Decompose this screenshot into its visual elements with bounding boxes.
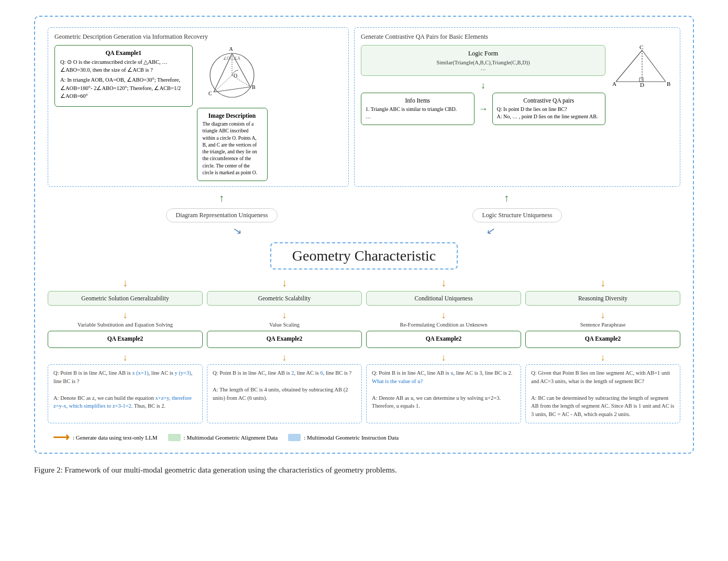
svg-line-13 (616, 50, 642, 82)
contrastive-qa-content: Q: Is point D the lies on line BC?A: No,… (497, 106, 601, 120)
figure-caption: Figure 2: Framework of our multi-modal g… (34, 464, 694, 476)
info-items-content: 1. Triangle ABC is similar to triangle C… (366, 106, 469, 120)
svg-text:∠OC,∠A: ∠OC,∠A (223, 56, 240, 61)
diagram-uniqueness-box: Diagram Representation Uniqueness (166, 208, 278, 222)
bottom-box-1: Q: Point B is in line AC, line AB is x (… (48, 364, 203, 423)
sub-label-row: Variable Substitution and Equation Solvi… (48, 322, 680, 328)
qa2-box-3: QA Example2 (366, 331, 521, 348)
qa2-box-2: QA Example2 (207, 331, 362, 348)
logic-form-content: Similar(Triangle(A,B,C),Triangle(C,B,D))… (366, 60, 601, 71)
qa-example1-box: QA Example1 Q: ⊙ O is the circumscribed … (54, 45, 193, 107)
char-box-2: Geometric Scalability (207, 291, 362, 306)
qa2-row: QA Example2 QA Example2 QA Example2 QA E… (48, 331, 680, 348)
bottom-box-2: Q: Point B is in line AC, line AB is 2, … (207, 364, 362, 423)
info-items-title: Info Items (366, 97, 469, 104)
bottom3-a: A: Denote AB as u, we can determine u by… (372, 395, 501, 409)
contrastive-qa-box: Contrastive QA pairs Q: Is point D the l… (492, 93, 605, 125)
sub-label-1: Variable Substitution and Equation Solvi… (48, 322, 203, 328)
legend-item-2: : Multimodal Geometric Alignment Data (168, 434, 278, 441)
legend-text-1: : Generate data using text-only LLM (73, 434, 158, 441)
svg-text:A: A (612, 81, 616, 87)
legend-green-box (168, 434, 181, 441)
top-left-label: Geometric Description Generation via Inf… (54, 33, 342, 41)
svg-text:C: C (639, 45, 643, 50)
main-diagram: Geometric Description Generation via Inf… (34, 16, 694, 454)
bottom4-a: A: BC can be determined by subtracting t… (531, 395, 674, 418)
bottom-text-row: Q: Point B is in line AC, line AB is x (… (48, 364, 680, 423)
bottom-box-4: Q: Given that Point B lies on line segme… (525, 364, 680, 423)
svg-text:C: C (208, 91, 212, 96)
bottom2-q: Q: Point B is in line AC, line AB is 2, … (213, 370, 351, 376)
geo-characteristic-box: Geometry Characteristic (270, 242, 458, 270)
legend-text-2: : Multimodal Geometric Alignment Data (184, 434, 278, 441)
qa2-box-1: QA Example2 (48, 331, 203, 348)
bottom2-a: A: The length of BC is 4 units, obtained… (213, 387, 348, 401)
qa2-title-4: QA Example2 (530, 335, 676, 342)
legend-row: ⟶ : Generate data using text-only LLM : … (48, 431, 680, 444)
top-section: Geometric Description Generation via Inf… (48, 27, 680, 187)
contrastive-qa-title: Contrastive QA pairs (497, 97, 601, 104)
info-items-box: Info Items 1. Triangle ABC is similar to… (361, 93, 474, 125)
svg-text:D: D (640, 82, 644, 88)
qa2-title-1: QA Example2 (52, 335, 198, 342)
four-chars-row: Geometric Solution Generalizability Geom… (48, 291, 680, 306)
bottom1-q: Q: Point B is in line AC, line AB is x (… (53, 370, 192, 384)
bottom1-a: A: Denote BC as z, we can build the equa… (53, 395, 192, 409)
qa2-box-4: QA Example2 (525, 331, 680, 348)
legend-blue-box (288, 434, 301, 441)
qa-example1-question: Q: ⊙ O is the circumscribed circle of △A… (60, 58, 187, 74)
logic-form-title: Logic Form (366, 50, 601, 58)
legend-arrow-icon: ⟶ (53, 431, 70, 444)
svg-text:B: B (252, 84, 256, 90)
bottom4-q: Q: Given that Point B lies on line segme… (531, 370, 670, 384)
sub-label-4: Sentence Paraphrase (525, 322, 680, 328)
qa-example1-answer: A: In triangle AOB, OA=OB, ∠ABO=30°; The… (60, 76, 187, 100)
top-right-label: Generate Contrastive QA Pairs for Basic … (361, 33, 674, 41)
svg-text:B: B (667, 81, 670, 87)
qa2-title-3: QA Example2 (371, 335, 516, 342)
uniqueness-row: Diagram Representation Uniqueness Logic … (48, 208, 680, 222)
sub-label-2: Value Scaling (207, 322, 362, 328)
logic-uniqueness-box: Logic Structure Uniqueness (472, 208, 562, 222)
svg-text:O: O (234, 73, 237, 78)
legend-text-3: : Multimodal Geometric Instruction Data (304, 434, 399, 441)
top-left-panel: Geometric Description Generation via Inf… (48, 27, 349, 187)
char-box-3: Conditional Uniqueness (366, 291, 521, 306)
qa-example1-title: QA Example1 (60, 50, 187, 56)
char-box-4: Reasoning Diversity (525, 291, 680, 306)
image-desc-text: The diagram consists of a triangle ABC i… (203, 121, 262, 176)
legend-item-1: ⟶ : Generate data using text-only LLM (53, 431, 158, 444)
bottom-box-3: Q: Point B is in line AC, line AB is u, … (366, 364, 521, 423)
circle-diagram: A C B O ∠OC,∠A (198, 45, 266, 105)
top-right-panel: Generate Contrastive QA Pairs for Basic … (354, 27, 680, 187)
bottom3-q: Q: Point B is in line AC, line AB is u, … (372, 370, 512, 384)
geo-characteristic-section: Geometry Characteristic (48, 242, 680, 270)
legend-item-3: : Multimodal Geometric Instruction Data (288, 434, 399, 441)
image-desc-box: Image Description The diagram consists o… (197, 108, 268, 181)
triangle-diagram: C A D B (611, 45, 674, 125)
image-desc-title: Image Description (203, 113, 262, 119)
qa2-title-2: QA Example2 (212, 335, 357, 342)
char-box-1: Geometric Solution Generalizability (48, 291, 203, 306)
svg-rect-16 (639, 78, 643, 82)
svg-line-14 (642, 50, 666, 82)
logic-form-box: Logic Form Similar(Triangle(A,B,C),Trian… (361, 45, 605, 76)
sub-label-3: Re-Formulating Condition as Unknown (366, 322, 521, 328)
svg-line-3 (214, 87, 250, 92)
svg-text:A: A (229, 46, 233, 52)
figure-caption-text: Figure 2: Framework of our multi-modal g… (34, 466, 397, 474)
